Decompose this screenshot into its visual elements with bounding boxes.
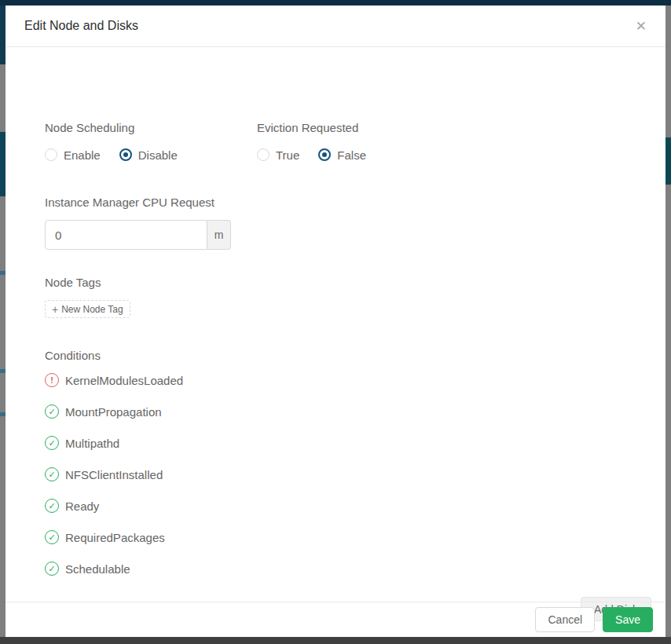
close-icon[interactable]: ✕ (636, 20, 647, 33)
check-circle-icon: ✓ (45, 562, 59, 576)
cancel-button[interactable]: Cancel (535, 607, 595, 632)
condition-name: Ready (65, 499, 99, 513)
backdrop-mark (0, 271, 6, 275)
backdrop-top-band (0, 0, 671, 5)
radio-enable[interactable]: Enable (45, 148, 101, 162)
radio-false[interactable]: False (318, 148, 366, 162)
condition-row: ✓ NFSClientInstalled (45, 467, 163, 482)
radio-selected-icon[interactable] (318, 148, 331, 161)
radio-enable-label[interactable]: Enable (64, 148, 101, 162)
condition-name: MountPropagation (65, 405, 162, 419)
condition-name: RequiredPackages (65, 531, 165, 544)
cpu-request-label: Instance Manager CPU Request (45, 195, 214, 210)
dialog-body: Node Scheduling Enable Disable Eviction … (6, 47, 666, 601)
radio-selected-icon[interactable] (119, 148, 132, 161)
conditions-label: Conditions (45, 348, 101, 364)
backdrop-left-segment (0, 5, 6, 64)
eviction-requested-radio-group: True False (257, 147, 385, 163)
condition-row: ✓ MountPropagation (45, 404, 162, 419)
node-scheduling-label: Node Scheduling (45, 120, 134, 136)
condition-name: NFSClientInstalled (65, 468, 163, 481)
radio-true[interactable]: True (257, 148, 299, 162)
radio-disable-label[interactable]: Disable (138, 148, 178, 162)
node-scheduling-radio-group: Enable Disable (45, 147, 196, 163)
condition-row: ✓ Ready (45, 498, 99, 514)
backdrop-bottom-band (0, 637, 671, 644)
radio-circle-icon[interactable] (257, 148, 270, 161)
condition-row: ✓ Multipathd (45, 435, 119, 451)
eviction-requested-label: Eviction Requested (257, 120, 358, 136)
radio-false-label[interactable]: False (337, 148, 366, 162)
new-node-tag-label: New Node Tag (61, 304, 123, 315)
condition-row: ✓ Schedulable (45, 561, 130, 576)
check-circle-icon: ✓ (45, 499, 59, 513)
backdrop-right-segment (666, 137, 671, 185)
check-circle-icon: ✓ (45, 436, 59, 450)
check-circle-icon: ✓ (45, 530, 59, 544)
backdrop-left-segment (0, 132, 6, 196)
plus-icon: + (52, 303, 58, 316)
cpu-request-group: m (45, 220, 231, 250)
node-tags-label: Node Tags (45, 275, 101, 291)
backdrop-mark (0, 412, 6, 416)
dialog-header: Edit Node and Disks ✕ (6, 5, 666, 47)
radio-disable[interactable]: Disable (119, 148, 178, 162)
cpu-request-input[interactable] (45, 220, 207, 250)
condition-name: Multipathd (65, 437, 119, 450)
radio-true-label[interactable]: True (276, 148, 299, 162)
radio-circle-icon[interactable] (45, 148, 57, 161)
cpu-request-unit: m (207, 220, 231, 250)
condition-name: KernelModulesLoaded (65, 374, 183, 387)
backdrop-mark (0, 369, 6, 373)
dialog-title: Edit Node and Disks (24, 19, 138, 33)
save-button[interactable]: Save (603, 607, 653, 632)
edit-node-dialog: Edit Node and Disks ✕ Node Scheduling En… (6, 5, 666, 637)
new-node-tag-button[interactable]: + New Node Tag (45, 300, 130, 318)
check-circle-icon: ✓ (45, 467, 59, 481)
condition-row: ✓ RequiredPackages (45, 529, 165, 545)
error-circle-icon: ! (45, 373, 59, 387)
condition-row: ! KernelModulesLoaded (45, 372, 183, 388)
condition-name: Schedulable (65, 562, 130, 576)
dialog-footer: Cancel Save (6, 602, 666, 637)
check-circle-icon: ✓ (45, 404, 59, 419)
